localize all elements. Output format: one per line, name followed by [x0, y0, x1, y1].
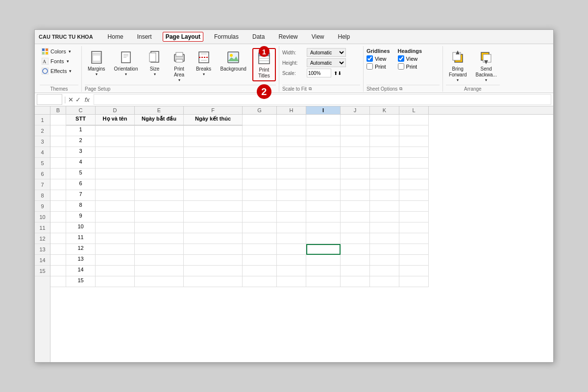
grid-area: STT Họ và tên Ngày bắt đầu Ngày kết thúc… — [50, 115, 553, 362]
menu-review[interactable]: Review — [275, 32, 300, 42]
formula-input[interactable] — [94, 94, 551, 105]
effects-label: Effects — [50, 68, 67, 74]
row-num-11[interactable]: 11 — [35, 222, 50, 233]
row-num-9[interactable]: 9 — [35, 201, 50, 212]
headings-print-row: Print — [398, 63, 422, 70]
colors-button[interactable]: Colors ▾ — [40, 47, 73, 56]
table-row: 13 — [50, 255, 553, 266]
row-num-8[interactable]: 8 — [35, 190, 50, 201]
svg-point-29 — [230, 54, 233, 57]
menu-help[interactable]: Help — [335, 32, 353, 42]
cell-f1[interactable]: Ngày kết thúc — [184, 115, 243, 125]
headings-view-check[interactable] — [398, 55, 404, 62]
cell-h1[interactable] — [277, 115, 306, 125]
orientation-button[interactable]: Orientation ▾ — [111, 48, 141, 78]
page-setup-group: Margins ▾ Orientation ▾ Size — [83, 46, 279, 92]
print-titles-button[interactable]: 1 Print Titles 2 — [252, 48, 276, 81]
cell-b1[interactable] — [50, 115, 66, 125]
margins-button[interactable]: Margins ▾ — [85, 48, 108, 78]
themes-label: Themes — [40, 85, 78, 92]
cell-i1[interactable] — [306, 115, 341, 125]
menu-home[interactable]: Home — [105, 32, 126, 42]
step2-badge: 2 — [257, 84, 271, 99]
breaks-button[interactable]: Breaks ▾ — [193, 48, 215, 78]
row-num-3[interactable]: 3 — [35, 136, 50, 147]
fonts-icon: A — [42, 58, 49, 65]
orientation-icon — [118, 49, 134, 65]
row-num-12[interactable]: 12 — [35, 233, 50, 244]
col-header-b[interactable]: B — [50, 106, 66, 114]
menu-formulas[interactable]: Formulas — [211, 32, 242, 42]
effects-icon — [42, 68, 49, 74]
table-row: 14 — [50, 266, 553, 276]
page-setup-label: Page Setup — [85, 85, 276, 92]
col-header-g[interactable]: G — [243, 106, 277, 114]
table-row: 9 — [50, 212, 553, 222]
cell-d1[interactable]: Họ và tên — [96, 115, 135, 125]
gridlines-title: Gridlines — [367, 48, 390, 54]
row-num-2[interactable]: 2 — [35, 125, 50, 136]
send-backward-button[interactable]: Send Backwa... ▾ — [473, 48, 500, 84]
col-header-j[interactable]: J — [341, 106, 370, 114]
menu-page-layout[interactable]: Page Layout — [163, 32, 203, 42]
cancel-icon[interactable]: ✕ — [68, 96, 74, 103]
col-header-f[interactable]: F — [184, 106, 243, 114]
cell-c1[interactable]: STT — [66, 115, 96, 125]
gridlines-view-label: View — [375, 56, 387, 62]
active-cell-i12[interactable] — [306, 244, 341, 255]
menu-view[interactable]: View — [309, 32, 327, 42]
scale-input[interactable] — [307, 69, 331, 77]
col-header-h[interactable]: H — [277, 106, 306, 114]
col-headers: B C D E F G H I J K L — [35, 106, 553, 115]
row-num-4[interactable]: 4 — [35, 147, 50, 158]
col-header-d[interactable]: D — [96, 106, 135, 114]
print-titles-label: Print Titles — [258, 67, 270, 79]
fonts-button[interactable]: A Fonts ▾ — [40, 57, 71, 66]
headings-print-check[interactable] — [398, 63, 404, 70]
height-label: Height: — [282, 60, 305, 66]
col-header-k[interactable]: K — [370, 106, 399, 114]
col-header-e[interactable]: E — [135, 106, 184, 114]
confirm-icon[interactable]: ✓ — [75, 96, 81, 103]
row-num-15[interactable]: 15 — [35, 266, 50, 276]
menu-insert[interactable]: Insert — [134, 32, 155, 42]
effects-button[interactable]: Effects ▾ — [40, 67, 74, 75]
row-num-13[interactable]: 13 — [35, 244, 50, 255]
print-area-button[interactable]: Print Area ▾ — [169, 48, 190, 84]
cell-k1[interactable] — [370, 115, 399, 125]
gridlines-view-check[interactable] — [367, 55, 373, 62]
arrange-label: Arrange — [446, 85, 500, 92]
cell-j1[interactable] — [341, 115, 370, 125]
breaks-icon — [196, 49, 212, 65]
col-header-c[interactable]: C — [66, 106, 96, 114]
row-num-10[interactable]: 10 — [35, 212, 50, 222]
height-select[interactable]: Automatic 1 page 2 pages — [307, 58, 346, 67]
background-label: Background — [220, 66, 246, 72]
bring-forward-button[interactable]: Bring Forward ▾ — [446, 48, 470, 84]
row-num-1[interactable]: 1 — [35, 115, 50, 125]
sheet-area: 1 2 3 4 5 6 7 8 9 10 11 12 13 14 15 STT … — [35, 115, 553, 362]
table-row: 8 — [50, 201, 553, 212]
cell-g1[interactable] — [243, 115, 277, 125]
scale-label: Scale: — [282, 71, 305, 76]
table-row: 3 — [50, 147, 553, 158]
sheet-options-label: Sheet Options ⧉ — [367, 85, 440, 92]
row-num-7[interactable]: 7 — [35, 179, 50, 190]
row-num-14[interactable]: 14 — [35, 255, 50, 266]
cell-l1[interactable] — [399, 115, 429, 125]
col-header-i[interactable]: I — [306, 106, 341, 114]
menu-data[interactable]: Data — [249, 32, 268, 42]
row-num-6[interactable]: 6 — [35, 169, 50, 179]
size-button[interactable]: Size ▾ — [144, 48, 166, 78]
cell-e1[interactable]: Ngày bắt đầu — [135, 115, 184, 125]
col-header-l[interactable]: L — [399, 106, 429, 114]
gridlines-print-label: Print — [375, 64, 386, 70]
table-row: 4 — [50, 158, 553, 169]
width-select[interactable]: Automatic 1 page 2 pages — [307, 48, 346, 57]
background-button[interactable]: Background — [218, 48, 249, 74]
bring-forward-label: Bring Forward — [449, 66, 467, 78]
name-box[interactable] — [37, 94, 62, 105]
size-icon — [147, 49, 163, 65]
gridlines-print-check[interactable] — [367, 63, 373, 70]
row-num-5[interactable]: 5 — [35, 158, 50, 169]
